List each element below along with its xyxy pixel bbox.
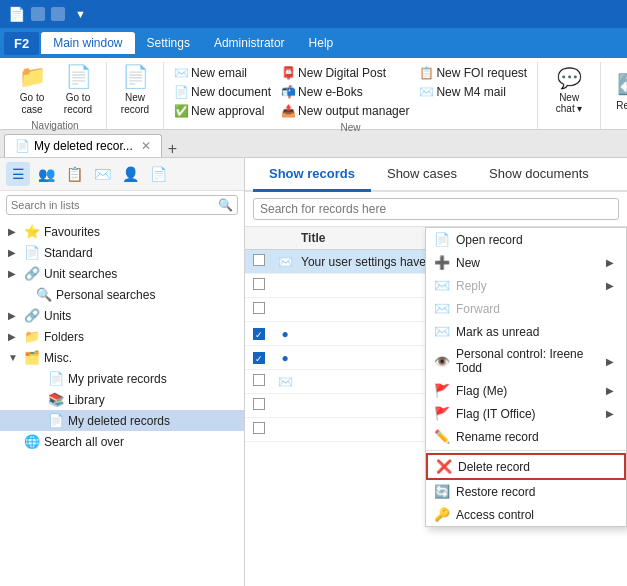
new-email-button[interactable]: ✉️ New email (170, 64, 275, 82)
row-checkbox[interactable]: ✓ (245, 327, 273, 341)
new-approval-button[interactable]: ✅ New approval (170, 102, 275, 120)
new-foi-button[interactable]: 📋 New FOI request (415, 64, 531, 82)
sidebar-folder-icon[interactable]: 📋 (62, 162, 86, 186)
tab-my-deleted-records[interactable]: 📄 My deleted recor... ✕ (4, 134, 162, 157)
reply-buttons: ↩️ Reply (607, 62, 627, 118)
new-eboks-button[interactable]: 📬 New e-Boks (277, 83, 413, 101)
ctx-mark-unread[interactable]: ✉️ Mark as unread (426, 320, 626, 343)
sidebar-icon-bar: ☰ 👥 📋 ✉️ 👤 📄 (0, 158, 244, 191)
ctx-forward[interactable]: ✉️ Forward (426, 297, 626, 320)
tree-item-my-private-records[interactable]: 📄 My private records (0, 368, 244, 389)
ctx-open-record-label: Open record (456, 233, 523, 247)
menu-settings[interactable]: Settings (135, 32, 202, 54)
row-type-icon: ● (273, 351, 297, 365)
row-checkbox[interactable] (245, 278, 273, 293)
expand-icon[interactable]: ▼ (8, 352, 20, 363)
tree-item-search-all-over[interactable]: 🌐 Search all over (0, 431, 244, 452)
sidebar-mail-icon[interactable]: ✉️ (90, 162, 114, 186)
tab-add-button[interactable]: + (162, 141, 183, 157)
reply-label: Reply (616, 100, 627, 111)
expand-icon[interactable]: ▶ (8, 226, 20, 237)
sidebar-document-icon[interactable]: 📄 (146, 162, 170, 186)
go-to-case-icon: 📁 (18, 64, 46, 90)
menu-administrator[interactable]: Administrator (202, 32, 297, 54)
tab-show-documents[interactable]: Show documents (473, 158, 605, 192)
records-search-input[interactable] (253, 198, 619, 220)
access-control-icon: 🔑 (434, 507, 450, 522)
ctx-personal-control[interactable]: 👁️ Personal control: Ireene Todd ▶ (426, 343, 626, 379)
tree-item-unit-searches[interactable]: ▶ 🔗 Unit searches (0, 263, 244, 284)
ribbon-new-group: ✉️ New email 📄 New document ✅ New approv… (164, 62, 538, 129)
tree-item-units[interactable]: ▶ 🔗 Units (0, 305, 244, 326)
tree-item-folders[interactable]: ▶ 📁 Folders (0, 326, 244, 347)
tree-label-library: Library (68, 393, 105, 407)
sidebar-search-input[interactable] (11, 199, 218, 211)
sidebar-group-icon[interactable]: 👤 (118, 162, 142, 186)
row-checkbox[interactable] (245, 398, 273, 413)
checkbox-empty (253, 398, 265, 410)
ctx-flag-it-arrow: ▶ (606, 408, 614, 419)
unit-searches-icon: 🔗 (24, 266, 40, 281)
new-m4-icon: ✉️ (419, 85, 433, 99)
sidebar-list-icon[interactable]: ☰ (6, 162, 30, 186)
search-all-icon: 🌐 (24, 434, 40, 449)
flag-me-icon: 🚩 (434, 383, 450, 398)
menu-main-window[interactable]: Main window (41, 32, 134, 54)
new-output-manager-button[interactable]: 📤 New output manager (277, 102, 413, 120)
row-checkbox[interactable]: ✓ (245, 351, 273, 365)
deleted-records-icon: 📄 (48, 413, 64, 428)
ctx-restore-record[interactable]: 🔄 Restore record (426, 480, 626, 503)
new-document-button[interactable]: 📄 New document (170, 83, 275, 101)
tree-label-folders: Folders (44, 330, 84, 344)
sidebar-search-box[interactable]: 🔍 (6, 195, 238, 215)
ctx-rename-record-label: Rename record (456, 430, 539, 444)
tree-item-misc[interactable]: ▼ 🗂️ Misc. (0, 347, 244, 368)
ctx-delete-record[interactable]: ❌ Delete record (426, 453, 626, 480)
ctx-flag-it-office[interactable]: 🚩 Flag (IT Office) ▶ (426, 402, 626, 425)
tab-show-cases[interactable]: Show cases (371, 158, 473, 192)
ctx-forward-label: Forward (456, 302, 500, 316)
ctx-personal-control-label: Personal control: Ireene Todd (456, 347, 600, 375)
expand-icon[interactable]: ▶ (8, 247, 20, 258)
title-bar-label: ▼ (75, 8, 86, 20)
tree-item-favourites[interactable]: ▶ ⭐ Favourites (0, 221, 244, 242)
sidebar-people-icon[interactable]: 👥 (34, 162, 58, 186)
go-to-record-button[interactable]: 📄 Go torecord (56, 62, 100, 118)
new-record-button[interactable]: 📄 Newrecord (113, 62, 157, 118)
ctx-access-control[interactable]: 🔑 Access control (426, 503, 626, 526)
f2-key[interactable]: F2 (4, 32, 39, 55)
expand-icon[interactable]: ▶ (8, 268, 20, 279)
personal-searches-icon: 🔍 (36, 287, 52, 302)
ctx-open-record[interactable]: 📄 Open record (426, 228, 626, 251)
window-icon[interactable] (51, 7, 65, 21)
tree-item-standard[interactable]: ▶ 📄 Standard (0, 242, 244, 263)
ctx-new[interactable]: ➕ New ▶ (426, 251, 626, 274)
new-approval-icon: ✅ (174, 104, 188, 118)
ctx-rename-record[interactable]: ✏️ Rename record (426, 425, 626, 448)
new-chat-button[interactable]: 💬 New chat ▾ (544, 62, 594, 118)
tree-item-personal-searches[interactable]: 🔍 Personal searches (0, 284, 244, 305)
minimize-btn[interactable] (31, 7, 45, 21)
ctx-reply-arrow: ▶ (606, 280, 614, 291)
row-checkbox[interactable] (245, 374, 273, 389)
new-digital-post-button[interactable]: 📮 New Digital Post (277, 64, 413, 82)
reply-button[interactable]: ↩️ Reply (607, 62, 627, 118)
new-m4-button[interactable]: ✉️ New M4 mail (415, 83, 531, 101)
tree-item-my-deleted-records[interactable]: 📄 My deleted records (0, 410, 244, 431)
row-checkbox[interactable] (245, 254, 273, 269)
ctx-flag-me[interactable]: 🚩 Flag (Me) ▶ (426, 379, 626, 402)
tab-show-records[interactable]: Show records (253, 158, 371, 192)
row-checkbox[interactable] (245, 422, 273, 437)
expand-icon[interactable]: ▶ (8, 331, 20, 342)
menu-help[interactable]: Help (297, 32, 346, 54)
row-checkbox[interactable] (245, 302, 273, 317)
ctx-reply[interactable]: ✉️ Reply ▶ (426, 274, 626, 297)
tab-close-icon[interactable]: ✕ (141, 139, 151, 153)
tree-item-library[interactable]: 📚 Library (0, 389, 244, 410)
new-foi-label: New FOI request (436, 66, 527, 80)
sidebar: ☰ 👥 📋 ✉️ 👤 📄 🔍 ▶ ⭐ Favourites ▶ 📄 Standa… (0, 158, 245, 586)
ctx-restore-record-label: Restore record (456, 485, 535, 499)
checkbox-empty (253, 254, 265, 266)
expand-icon[interactable]: ▶ (8, 310, 20, 321)
go-to-case-button[interactable]: 📁 Go tocase (10, 62, 54, 118)
